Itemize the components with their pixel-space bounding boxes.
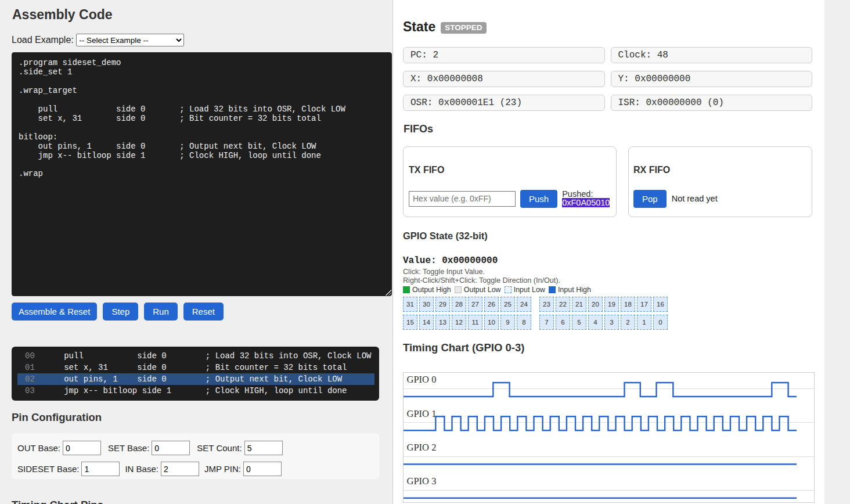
svg-text:GPIO 2: GPIO 2 <box>407 442 437 453</box>
svg-text:GPIO 3: GPIO 3 <box>407 476 437 487</box>
svg-text:GPIO 0: GPIO 0 <box>407 374 437 385</box>
svg-text:GPIO 1: GPIO 1 <box>407 408 437 419</box>
